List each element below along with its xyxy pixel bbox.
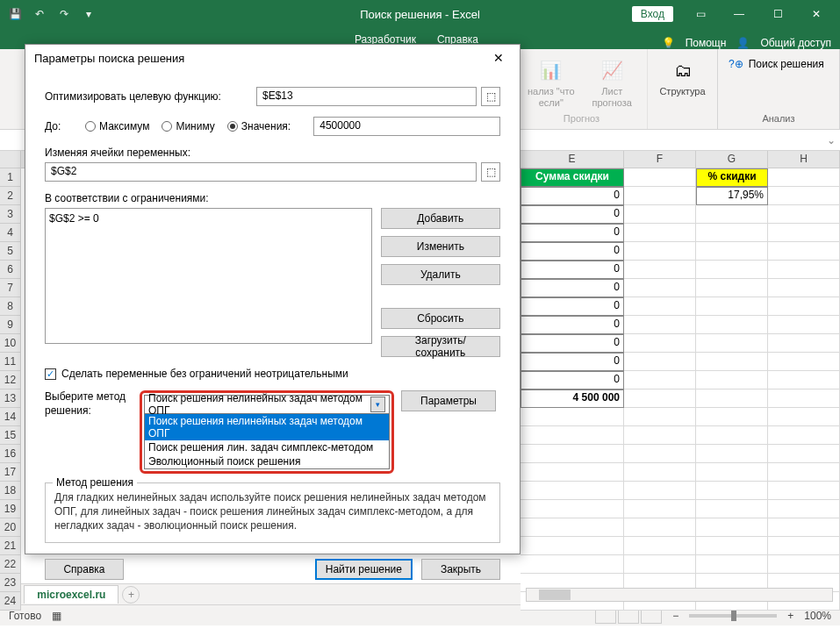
cell[interactable] [624,371,696,389]
cell[interactable] [696,537,768,555]
radio-value[interactable]: Значения: [227,120,291,132]
cell[interactable] [696,279,768,297]
cell[interactable] [768,426,840,445]
solver-button[interactable]: ?⊕ Поиск решения [725,53,832,75]
cell[interactable] [624,389,696,408]
minimize-icon[interactable]: — [721,1,757,27]
row-header[interactable]: 1 [0,168,21,187]
row-header[interactable]: 22 [0,555,21,574]
row-header[interactable]: 3 [0,205,21,224]
cell[interactable] [768,408,840,426]
range-picker-icon-2[interactable]: ⬚ [481,162,500,182]
cell[interactable] [521,426,624,445]
share-button[interactable]: Общий доступ [760,37,831,49]
find-button[interactable]: Найти решение [315,559,413,580]
row-header[interactable]: 19 [0,500,21,518]
zoom-slider[interactable] [689,614,777,618]
row-header[interactable]: 11 [0,353,21,371]
cell-g2[interactable]: 17,95% [696,187,768,205]
cell[interactable] [624,261,696,279]
undo-icon[interactable]: ↶ [30,4,49,24]
cell[interactable] [768,463,840,482]
cell-e9[interactable]: 0 [521,316,624,334]
row-header[interactable]: 16 [0,445,21,463]
help-button[interactable]: Справка [45,559,124,580]
change-button[interactable]: Изменить [381,236,500,257]
cell[interactable] [624,242,696,261]
cell-e7[interactable]: 0 [521,279,624,297]
row-header[interactable]: 23 [0,574,21,592]
row-header[interactable]: 7 [0,279,21,297]
constraints-list[interactable]: $G$2 >= 0 [45,208,372,344]
col-header-e[interactable]: E [521,151,624,168]
tell-me[interactable]: Помощн [686,37,727,49]
cell[interactable] [624,187,696,205]
cell-e4[interactable]: 0 [521,224,624,242]
cell-e2[interactable]: 0 [521,187,624,205]
forecast-sheet-button[interactable]: 📈 Лист прогноза [585,53,641,108]
cell[interactable] [768,168,840,187]
row-header[interactable]: 13 [0,389,21,408]
row-header[interactable]: 5 [0,242,21,261]
cell[interactable] [521,463,624,482]
cell[interactable] [624,426,696,445]
cell[interactable] [624,537,696,555]
whatif-button[interactable]: 📊 нализ "что если" [523,53,579,108]
save-icon[interactable]: 💾 [5,4,25,24]
signin-button[interactable]: Вход [632,6,673,22]
macro-record-icon[interactable]: ▦ [52,610,61,622]
cell[interactable] [768,555,840,574]
cell-e12[interactable]: 0 [521,371,624,389]
cell[interactable] [624,482,696,500]
params-button[interactable]: Параметры [401,390,496,411]
formula-expand-icon[interactable]: ⌄ [822,130,840,150]
cell[interactable] [696,500,768,518]
cell[interactable] [696,389,768,408]
cell[interactable] [624,353,696,371]
row-header[interactable]: 8 [0,297,21,316]
cell[interactable] [696,316,768,334]
cell[interactable] [624,224,696,242]
cell-e6[interactable]: 0 [521,261,624,279]
cell[interactable] [624,279,696,297]
cell[interactable] [624,168,696,187]
row-header[interactable]: 14 [0,408,21,426]
radio-min[interactable]: Миниму [162,120,214,132]
cell[interactable] [624,205,696,224]
row-header[interactable]: 9 [0,316,21,334]
cell[interactable] [768,445,840,463]
loadsave-button[interactable]: Загрузить/сохранить [381,336,500,357]
cell[interactable] [521,555,624,574]
cell[interactable] [521,408,624,426]
row-header[interactable]: 10 [0,334,21,353]
cell[interactable] [624,463,696,482]
cell-g1[interactable]: % скидки [696,168,768,187]
cell[interactable] [768,371,840,389]
cell[interactable] [624,445,696,463]
close-icon[interactable]: ✕ [798,1,835,27]
cell[interactable] [521,518,624,537]
cell[interactable] [696,242,768,261]
cell[interactable] [768,261,840,279]
cell-e1[interactable]: Сумма скидки [521,168,624,187]
radio-max[interactable]: Максимум [85,120,149,132]
cell[interactable] [696,426,768,445]
cell-e11[interactable]: 0 [521,353,624,371]
cell-e13[interactable]: 4 500 000 [521,389,624,408]
cell[interactable] [624,297,696,316]
row-header[interactable]: 4 [0,224,21,242]
objective-input[interactable]: $E$13 [256,87,477,106]
col-header-h[interactable]: H [768,151,840,168]
cell-e3[interactable]: 0 [521,205,624,224]
cell-e5[interactable]: 0 [521,242,624,261]
reset-button[interactable]: Сбросить [381,308,500,329]
row-header[interactable]: 2 [0,187,21,205]
cell[interactable] [696,353,768,371]
method-option[interactable]: Поиск решения нелинейных задач методом О… [145,414,389,440]
cell[interactable] [696,463,768,482]
cell[interactable] [768,334,840,353]
cell[interactable] [768,297,840,316]
row-header[interactable]: 15 [0,426,21,445]
cell[interactable] [768,482,840,500]
cell[interactable] [624,408,696,426]
